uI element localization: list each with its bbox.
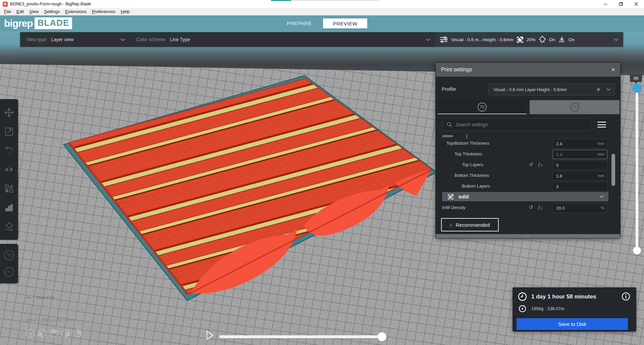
layer-slider-bottom-handle[interactable] (633, 247, 641, 255)
sliders-icon (439, 36, 448, 43)
layer-slider[interactable] (636, 84, 638, 253)
setting-row: Infill Density ↺ ƒₓ 20.0 % (436, 203, 620, 213)
object-list-toggle[interactable]: Object list (26, 295, 55, 300)
bigrep-blade-logo: bigrep BLADE (4, 17, 72, 29)
print-settings-panel: Print settings ✕ Profile Visual - 0.6 mm… (435, 62, 621, 238)
app-header: bigrep BLADE PREPARE PREVIEW (0, 15, 644, 31)
scale-icon (5, 127, 13, 136)
menu-file[interactable]: File (1, 8, 14, 15)
save-to-disk-button[interactable]: Save to Disk (517, 318, 628, 330)
setting-label: Top Thickness (454, 151, 482, 156)
minimize-button[interactable] (598, 0, 613, 8)
recommended-label: Recommended (456, 222, 490, 228)
view-top-icon[interactable] (50, 329, 58, 338)
settings-list: Top/Bottom Thickness 2.4 mm Top Thicknes… (436, 134, 620, 213)
setting-row: Bottom Layers 3 (436, 181, 620, 192)
revert-icon[interactable]: ↺ (529, 204, 533, 210)
setting-value-field[interactable]: 20.0 % (552, 203, 607, 213)
view-3d-icon[interactable] (26, 329, 35, 338)
setting-value-field[interactable]: 2.4 mm (552, 150, 607, 159)
chevron-down-icon (606, 88, 610, 91)
info-icon[interactable] (622, 292, 630, 302)
extruder-select-toolbar: T0 T1 (0, 244, 18, 283)
search-input[interactable] (455, 122, 566, 127)
support-blocker-button[interactable] (3, 221, 15, 232)
rotate-icon (5, 146, 14, 155)
revert-icon[interactable]: ↺ (529, 161, 533, 167)
move-tool-button[interactable] (3, 107, 15, 118)
object-list-label: Object list (36, 295, 55, 300)
infill-icon (447, 194, 454, 200)
menu-view[interactable]: View (26, 8, 41, 15)
menu-help[interactable]: Help (118, 8, 132, 15)
view-front-icon[interactable] (38, 329, 46, 338)
tab-prepare[interactable]: PREPARE (287, 15, 312, 31)
viewport-3d: View type Layer view Color scheme Line T… (0, 31, 644, 345)
stairs-tool-button[interactable] (3, 202, 15, 213)
model-dimensions: 304.4 x 359.4 x 59.1 mm (25, 318, 73, 323)
close-icon[interactable]: ✕ (611, 67, 615, 73)
view-type-dropdown[interactable]: View type Layer view (20, 32, 130, 47)
per-model-settings-button[interactable] (3, 183, 15, 194)
summary-support: On (549, 37, 555, 42)
tab-extruder-t1[interactable]: T1 (530, 100, 620, 114)
layer-slider-top-handle[interactable] (633, 84, 641, 92)
stage-toolbar: View type Layer view Color scheme Line T… (20, 32, 623, 47)
scale-tool-button[interactable] (3, 126, 15, 137)
setting-label: Top Layers (462, 162, 483, 167)
setting-value-field[interactable]: 2.4 mm (552, 139, 607, 148)
profile-dropdown[interactable]: Visual - 0.6 mm Layer Height - 0.6mm ★ (488, 83, 615, 95)
star-icon[interactable]: ★ (596, 86, 601, 92)
view-right-icon[interactable] (73, 329, 82, 338)
object-list-item[interactable]: BONE3_positiv-Form-rough (26, 306, 92, 311)
view-left-icon[interactable] (61, 329, 70, 338)
rotate-tool-button[interactable] (3, 145, 15, 156)
stairs-icon (5, 204, 13, 212)
mirror-tool-button[interactable] (3, 164, 15, 175)
color-scheme-dropdown[interactable]: Color scheme Line Type (130, 32, 435, 47)
close-button[interactable] (629, 0, 644, 8)
category-infill[interactable]: Infill (442, 192, 608, 201)
settings-search-box[interactable] (442, 118, 590, 131)
menu-edit[interactable]: Edit (14, 8, 26, 15)
print-settings-header[interactable]: Print settings ✕ (436, 63, 620, 77)
color-scheme-value: Line Type (170, 37, 190, 42)
support-icon (539, 36, 546, 43)
logo-badge: BLADE (35, 17, 72, 29)
top-progress-strip-rest (291, 0, 379, 1)
function-icon[interactable]: ƒₓ (538, 161, 542, 167)
extruder-t1-icon: T1 (570, 103, 579, 112)
color-scheme-label: Color scheme (136, 37, 165, 42)
function-icon[interactable]: ƒₓ (538, 204, 542, 210)
recommended-mode-button[interactable]: ‹ Recommended (441, 218, 499, 231)
extruder-t0-label: T0 (7, 253, 11, 257)
setting-value-field[interactable]: 1.8 mm (552, 171, 607, 181)
setting-value-field[interactable]: 5 (552, 160, 607, 170)
extruder-t0-button[interactable]: T0 (4, 250, 14, 260)
print-settings-summary[interactable]: Visual - 0.6 m...Height - 0.6mm 20% On O… (435, 32, 623, 47)
simulation-slider-handle[interactable] (377, 332, 386, 341)
search-icon (447, 122, 452, 127)
panel-resize-handle[interactable]: ⋯ (436, 234, 620, 238)
setting-value-field[interactable]: 3 (552, 182, 607, 191)
adhesion-icon (558, 36, 566, 43)
play-button[interactable] (206, 331, 214, 341)
tab-extruder-t0[interactable]: T0 (438, 100, 527, 114)
extruder-t1-button[interactable]: T1 (4, 267, 14, 277)
app-window: B BONE3_positiv-Form-rough - BigRep Blad… (0, 0, 644, 345)
restore-button[interactable] (613, 0, 629, 8)
settings-menu-icon[interactable] (597, 120, 606, 129)
infill-icon (517, 36, 524, 43)
material-spool-icon (519, 305, 526, 314)
summary-adhesion: On (569, 37, 575, 42)
menu-preferences[interactable]: Preferences (89, 8, 118, 15)
extruder-tabs: T0 T1 (436, 100, 620, 114)
clipped-slider-tick (467, 134, 467, 138)
simulation-slider[interactable] (219, 335, 385, 338)
setting-label: Bottom Layers (462, 184, 490, 189)
tab-preview[interactable]: PREVIEW (323, 18, 367, 28)
menu-extensions[interactable]: Extensions (62, 8, 89, 15)
profile-value: Visual - 0.6 mm Layer Height - 0.6mm (493, 87, 567, 92)
menu-settings[interactable]: Settings (41, 8, 62, 15)
settings-scrollbar[interactable] (611, 154, 615, 186)
